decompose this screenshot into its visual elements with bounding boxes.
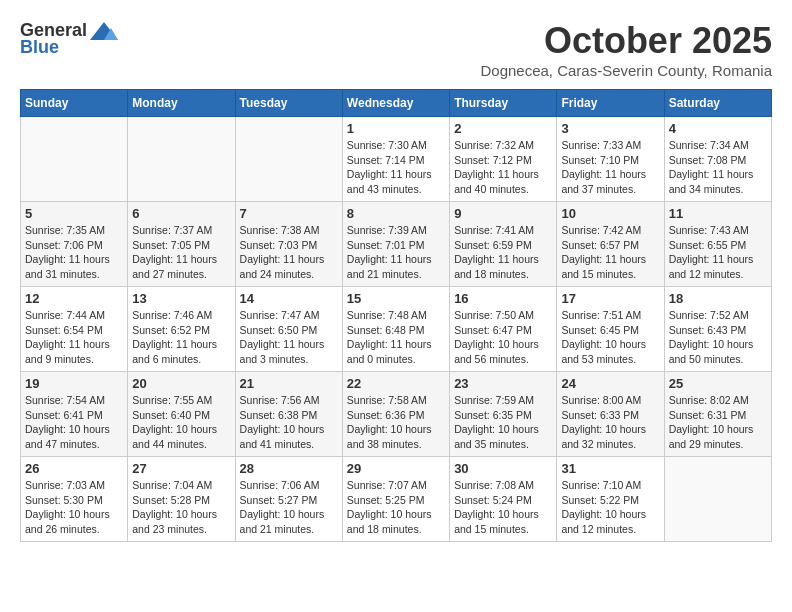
day-info: Sunrise: 7:42 AM Sunset: 6:57 PM Dayligh… (561, 223, 659, 282)
day-number: 18 (669, 291, 767, 306)
day-info: Sunrise: 7:50 AM Sunset: 6:47 PM Dayligh… (454, 308, 552, 367)
calendar-cell: 22Sunrise: 7:58 AM Sunset: 6:36 PM Dayli… (342, 372, 449, 457)
weekday-header-monday: Monday (128, 90, 235, 117)
day-number: 5 (25, 206, 123, 221)
week-row-1: 1Sunrise: 7:30 AM Sunset: 7:14 PM Daylig… (21, 117, 772, 202)
day-number: 17 (561, 291, 659, 306)
calendar-cell: 18Sunrise: 7:52 AM Sunset: 6:43 PM Dayli… (664, 287, 771, 372)
day-number: 1 (347, 121, 445, 136)
day-info: Sunrise: 7:35 AM Sunset: 7:06 PM Dayligh… (25, 223, 123, 282)
calendar-cell: 12Sunrise: 7:44 AM Sunset: 6:54 PM Dayli… (21, 287, 128, 372)
calendar-cell: 4Sunrise: 7:34 AM Sunset: 7:08 PM Daylig… (664, 117, 771, 202)
day-info: Sunrise: 7:03 AM Sunset: 5:30 PM Dayligh… (25, 478, 123, 537)
location: Dognecea, Caras-Severin County, Romania (480, 62, 772, 79)
day-number: 7 (240, 206, 338, 221)
weekday-header-friday: Friday (557, 90, 664, 117)
day-number: 16 (454, 291, 552, 306)
weekday-header-saturday: Saturday (664, 90, 771, 117)
weekday-header-tuesday: Tuesday (235, 90, 342, 117)
weekday-header-wednesday: Wednesday (342, 90, 449, 117)
calendar-cell: 19Sunrise: 7:54 AM Sunset: 6:41 PM Dayli… (21, 372, 128, 457)
day-info: Sunrise: 7:07 AM Sunset: 5:25 PM Dayligh… (347, 478, 445, 537)
calendar-cell: 5Sunrise: 7:35 AM Sunset: 7:06 PM Daylig… (21, 202, 128, 287)
day-info: Sunrise: 7:55 AM Sunset: 6:40 PM Dayligh… (132, 393, 230, 452)
calendar-cell (128, 117, 235, 202)
day-number: 15 (347, 291, 445, 306)
calendar-cell: 28Sunrise: 7:06 AM Sunset: 5:27 PM Dayli… (235, 457, 342, 542)
day-number: 9 (454, 206, 552, 221)
calendar-cell: 6Sunrise: 7:37 AM Sunset: 7:05 PM Daylig… (128, 202, 235, 287)
day-info: Sunrise: 8:00 AM Sunset: 6:33 PM Dayligh… (561, 393, 659, 452)
calendar-cell: 30Sunrise: 7:08 AM Sunset: 5:24 PM Dayli… (450, 457, 557, 542)
day-info: Sunrise: 7:51 AM Sunset: 6:45 PM Dayligh… (561, 308, 659, 367)
day-info: Sunrise: 7:39 AM Sunset: 7:01 PM Dayligh… (347, 223, 445, 282)
day-number: 4 (669, 121, 767, 136)
day-number: 12 (25, 291, 123, 306)
day-number: 6 (132, 206, 230, 221)
day-info: Sunrise: 7:58 AM Sunset: 6:36 PM Dayligh… (347, 393, 445, 452)
day-info: Sunrise: 7:47 AM Sunset: 6:50 PM Dayligh… (240, 308, 338, 367)
calendar-cell: 17Sunrise: 7:51 AM Sunset: 6:45 PM Dayli… (557, 287, 664, 372)
day-info: Sunrise: 7:54 AM Sunset: 6:41 PM Dayligh… (25, 393, 123, 452)
weekday-header-thursday: Thursday (450, 90, 557, 117)
day-info: Sunrise: 7:32 AM Sunset: 7:12 PM Dayligh… (454, 138, 552, 197)
calendar-cell: 1Sunrise: 7:30 AM Sunset: 7:14 PM Daylig… (342, 117, 449, 202)
calendar-cell: 16Sunrise: 7:50 AM Sunset: 6:47 PM Dayli… (450, 287, 557, 372)
day-info: Sunrise: 7:59 AM Sunset: 6:35 PM Dayligh… (454, 393, 552, 452)
day-number: 26 (25, 461, 123, 476)
weekday-header-row: SundayMondayTuesdayWednesdayThursdayFrid… (21, 90, 772, 117)
calendar-cell: 3Sunrise: 7:33 AM Sunset: 7:10 PM Daylig… (557, 117, 664, 202)
title-section: October 2025 Dognecea, Caras-Severin Cou… (480, 20, 772, 79)
day-info: Sunrise: 7:08 AM Sunset: 5:24 PM Dayligh… (454, 478, 552, 537)
day-info: Sunrise: 7:10 AM Sunset: 5:22 PM Dayligh… (561, 478, 659, 537)
day-info: Sunrise: 7:33 AM Sunset: 7:10 PM Dayligh… (561, 138, 659, 197)
day-number: 11 (669, 206, 767, 221)
calendar-table: SundayMondayTuesdayWednesdayThursdayFrid… (20, 89, 772, 542)
calendar-cell: 27Sunrise: 7:04 AM Sunset: 5:28 PM Dayli… (128, 457, 235, 542)
page-header: General Blue October 2025 Dognecea, Cara… (20, 20, 772, 79)
week-row-2: 5Sunrise: 7:35 AM Sunset: 7:06 PM Daylig… (21, 202, 772, 287)
calendar-cell: 20Sunrise: 7:55 AM Sunset: 6:40 PM Dayli… (128, 372, 235, 457)
day-info: Sunrise: 7:37 AM Sunset: 7:05 PM Dayligh… (132, 223, 230, 282)
calendar-cell: 14Sunrise: 7:47 AM Sunset: 6:50 PM Dayli… (235, 287, 342, 372)
week-row-3: 12Sunrise: 7:44 AM Sunset: 6:54 PM Dayli… (21, 287, 772, 372)
calendar-cell: 24Sunrise: 8:00 AM Sunset: 6:33 PM Dayli… (557, 372, 664, 457)
month-title: October 2025 (480, 20, 772, 62)
calendar-cell: 21Sunrise: 7:56 AM Sunset: 6:38 PM Dayli… (235, 372, 342, 457)
day-number: 8 (347, 206, 445, 221)
day-number: 25 (669, 376, 767, 391)
day-info: Sunrise: 7:41 AM Sunset: 6:59 PM Dayligh… (454, 223, 552, 282)
day-number: 10 (561, 206, 659, 221)
day-info: Sunrise: 8:02 AM Sunset: 6:31 PM Dayligh… (669, 393, 767, 452)
week-row-4: 19Sunrise: 7:54 AM Sunset: 6:41 PM Dayli… (21, 372, 772, 457)
day-number: 23 (454, 376, 552, 391)
day-info: Sunrise: 7:38 AM Sunset: 7:03 PM Dayligh… (240, 223, 338, 282)
day-number: 13 (132, 291, 230, 306)
calendar-cell: 9Sunrise: 7:41 AM Sunset: 6:59 PM Daylig… (450, 202, 557, 287)
day-number: 30 (454, 461, 552, 476)
calendar-cell: 31Sunrise: 7:10 AM Sunset: 5:22 PM Dayli… (557, 457, 664, 542)
calendar-cell: 10Sunrise: 7:42 AM Sunset: 6:57 PM Dayli… (557, 202, 664, 287)
day-info: Sunrise: 7:43 AM Sunset: 6:55 PM Dayligh… (669, 223, 767, 282)
day-number: 28 (240, 461, 338, 476)
day-info: Sunrise: 7:56 AM Sunset: 6:38 PM Dayligh… (240, 393, 338, 452)
calendar-cell: 29Sunrise: 7:07 AM Sunset: 5:25 PM Dayli… (342, 457, 449, 542)
calendar-cell (235, 117, 342, 202)
day-number: 22 (347, 376, 445, 391)
logo-blue-text: Blue (20, 37, 59, 58)
day-info: Sunrise: 7:52 AM Sunset: 6:43 PM Dayligh… (669, 308, 767, 367)
day-number: 3 (561, 121, 659, 136)
calendar-cell: 26Sunrise: 7:03 AM Sunset: 5:30 PM Dayli… (21, 457, 128, 542)
calendar-cell (21, 117, 128, 202)
calendar-cell: 8Sunrise: 7:39 AM Sunset: 7:01 PM Daylig… (342, 202, 449, 287)
logo: General Blue (20, 20, 118, 58)
day-number: 14 (240, 291, 338, 306)
day-number: 24 (561, 376, 659, 391)
day-info: Sunrise: 7:04 AM Sunset: 5:28 PM Dayligh… (132, 478, 230, 537)
day-number: 19 (25, 376, 123, 391)
day-number: 21 (240, 376, 338, 391)
day-number: 2 (454, 121, 552, 136)
calendar-cell: 15Sunrise: 7:48 AM Sunset: 6:48 PM Dayli… (342, 287, 449, 372)
day-number: 29 (347, 461, 445, 476)
week-row-5: 26Sunrise: 7:03 AM Sunset: 5:30 PM Dayli… (21, 457, 772, 542)
